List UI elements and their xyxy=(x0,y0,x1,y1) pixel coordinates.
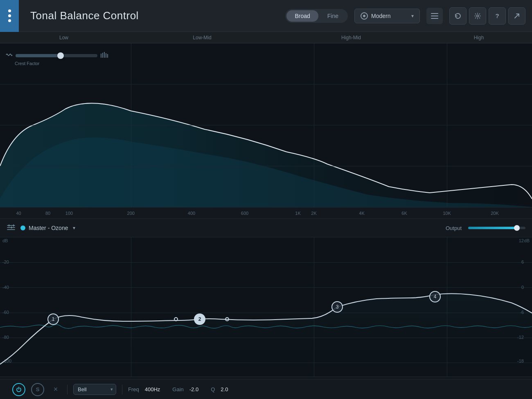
fine-button[interactable]: Fine xyxy=(319,10,347,22)
band-label-lowmid: Low-Mid xyxy=(193,35,211,41)
target-label: Modern xyxy=(371,13,390,19)
help-button[interactable]: ? xyxy=(489,7,506,25)
filter-type-wrapper: BellLow ShelfHigh ShelfNotchBand PassHig… xyxy=(73,384,116,395)
help-icon: ? xyxy=(495,12,499,19)
dots-menu[interactable] xyxy=(0,0,19,32)
q-param-label: Q xyxy=(211,386,215,392)
broad-fine-toggle: Broad Fine xyxy=(285,9,348,23)
eq-icon xyxy=(7,223,16,233)
freq-600: 600 xyxy=(241,211,248,216)
dot2 xyxy=(8,14,11,17)
app-title: Tonal Balance Control xyxy=(30,9,139,22)
freq-80: 80 xyxy=(45,211,50,216)
target-dropdown[interactable]: Modern ▾ xyxy=(354,9,420,23)
band-label-highmid: High-Mid xyxy=(341,35,361,41)
freq-labels-top: 40 80 100 200 400 600 1K 2K 4K 6K 10K 20… xyxy=(0,207,532,219)
filter-type-select[interactable]: BellLow ShelfHigh ShelfNotchBand PassHig… xyxy=(73,384,116,395)
chevron-down-icon: ▾ xyxy=(411,13,414,19)
bottom-toolbar: S × BellLow ShelfHigh ShelfNotchBand Pas… xyxy=(0,379,532,399)
gain-param-value: -2.0 xyxy=(189,386,198,392)
undo-button[interactable] xyxy=(449,7,467,25)
eq-node-2[interactable]: 2 xyxy=(194,313,205,325)
band-label-low: Low xyxy=(59,35,68,41)
eq-chart xyxy=(0,237,532,376)
menu-line-1 xyxy=(431,13,438,14)
freq-400: 400 xyxy=(188,211,195,216)
output-slider-fill xyxy=(468,227,517,229)
solo-icon: S xyxy=(36,386,40,392)
settings-button[interactable] xyxy=(469,7,486,25)
eq-node-4[interactable]: 4 xyxy=(429,291,441,302)
dot3 xyxy=(8,19,11,22)
freq-1k: 1K xyxy=(295,211,300,216)
menu-icon[interactable] xyxy=(426,8,443,24)
source-dropdown-arrow: ▾ xyxy=(73,225,75,231)
remove-button[interactable]: × xyxy=(50,384,61,395)
eq-fill xyxy=(0,294,532,377)
menu-line-2 xyxy=(431,16,438,16)
solo-button[interactable]: S xyxy=(31,383,44,396)
source-selector[interactable]: Master - Ozone ▾ xyxy=(20,225,75,231)
freq-20k: 20K xyxy=(491,211,499,216)
main-spectrum-area: Crest Factor xyxy=(0,43,532,207)
eq-node-1[interactable]: 1 xyxy=(47,313,59,325)
freq-40: 40 xyxy=(16,211,21,216)
eq-area: dB -20 -40 -60 -80 -100 dB 12 6 0 -6 -12… xyxy=(0,237,532,376)
spectrum-chart xyxy=(0,43,532,207)
freq-10k: 10K xyxy=(443,211,451,216)
band-labels: Low Low-Mid High-Mid High xyxy=(0,32,532,43)
q-param-value: 2.0 xyxy=(221,386,228,392)
header: Tonal Balance Control Broad Fine Modern … xyxy=(0,0,532,32)
freq-2k: 2K xyxy=(311,211,316,216)
separator-2 xyxy=(122,385,122,394)
eq-node-3[interactable]: 3 xyxy=(331,301,343,313)
freq-200: 200 xyxy=(127,211,135,216)
gain-param-label: Gain xyxy=(172,386,183,392)
eq-handle-left[interactable] xyxy=(174,317,178,321)
output-slider-thumb[interactable] xyxy=(514,225,520,231)
menu-line-3 xyxy=(431,18,438,19)
output-slider[interactable] xyxy=(468,227,525,229)
band-label-high: High xyxy=(474,35,484,41)
header-icons: ? xyxy=(449,7,525,25)
svg-point-0 xyxy=(477,15,479,17)
freq-4k: 4K xyxy=(359,211,364,216)
broad-button[interactable]: Broad xyxy=(286,10,318,22)
freq-6k: 6K xyxy=(401,211,407,216)
dot1 xyxy=(8,9,11,12)
middle-toolbar: Master - Ozone ▾ Output xyxy=(0,219,532,237)
separator-1 xyxy=(67,385,68,394)
freq-100: 100 xyxy=(65,211,73,216)
freq-param-label: Freq xyxy=(128,386,139,392)
source-dot-icon xyxy=(20,225,25,230)
freq-param-value: 400Hz xyxy=(145,386,160,392)
target-icon xyxy=(361,12,368,20)
arrow-button[interactable] xyxy=(508,7,525,25)
power-button[interactable] xyxy=(12,383,25,396)
output-label: Output xyxy=(446,225,462,231)
source-name: Master - Ozone xyxy=(29,225,68,231)
eq-handle-right[interactable] xyxy=(225,317,229,321)
